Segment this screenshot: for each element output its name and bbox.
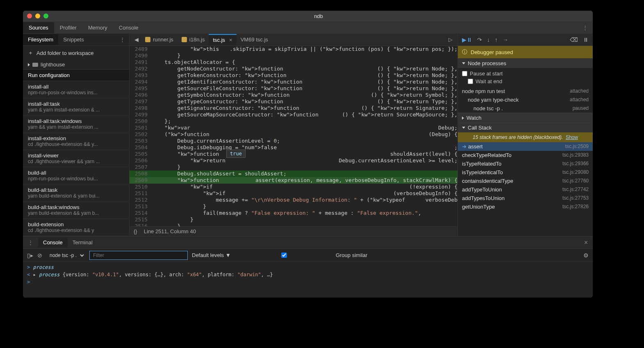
close-window-button[interactable] [27,14,32,18]
nav-back-icon[interactable]: ◀ [132,36,141,43]
section-call-stack[interactable]: Call Stack [458,123,593,132]
code-line[interactable]: 2505 "kw">function shouldAssert(level) { [130,151,457,157]
code-line[interactable]: 2502 ("kw">function (Debug) { [130,131,457,138]
context-select[interactable]: node tsc -p . [46,251,85,260]
drawer-tab-terminal[interactable]: Terminal [68,237,98,248]
clear-console-icon[interactable]: ⊘ [37,252,42,259]
code-line[interactable]: 2504 Debug.isDebugging = "num">false; [130,144,457,151]
line-number: 2504 [130,144,152,151]
drawer-tab-console[interactable]: Console [38,237,68,248]
section-watch[interactable]: Watch [458,113,593,123]
drawer-more-icon[interactable]: ⋮ [23,239,38,246]
tab-memory[interactable]: Memory [82,22,113,33]
maximize-window-button[interactable] [43,14,48,18]
process-item[interactable]: node yarn type-checkattached [458,96,593,104]
run-item[interactable]: install-extensioncd ./lighthouse-extensi… [23,133,129,150]
stack-frame[interactable]: addTypeToUniontsc.js:27742 [458,185,593,194]
run-item[interactable]: install-all:taskyarn & yarn install-exte… [23,98,129,116]
file-tab[interactable]: runner.js [141,34,177,45]
code-line[interactable]: 2508 Debug.shouldAssert = shouldAssert; [130,171,457,177]
pause-exceptions-button[interactable]: ⏸ [583,36,589,43]
show-blackboxed-link[interactable]: Show [566,134,578,140]
code-line[interactable]: 2511 "kw">if (verboseDebugInfo) { [130,190,457,197]
process-item[interactable]: node tsc -p .paused [458,104,593,113]
more-menu-icon[interactable]: ⋮ [578,25,593,31]
stack-frame[interactable]: containsIdenticalTypetsc.js:27760 [458,177,593,185]
file-tab-label: tsc.js [213,37,225,43]
group-similar-checkbox[interactable]: Group similar [235,252,367,258]
toggle-navigator-icon[interactable]: ▷ [446,36,455,43]
code-line[interactable]: 2498 getSignatureConstructor: "kw">funct… [130,105,457,111]
add-folder-button[interactable]: ＋ Add folder to workspace [23,46,129,60]
chevron-down-icon [462,62,465,64]
deactivate-breakpoints-button[interactable]: ⌫ [570,36,578,43]
editor: ◀ runner.jsi18n.jstsc.js×VM69 tsc.js ▷ 2… [130,34,457,236]
run-item[interactable]: install-allnpm-run-posix-or-windows ins.… [23,81,129,98]
code-line[interactable]: 2503 Debug.currentAssertionLevel = 0; [130,138,457,144]
code-line[interactable]: 2514 fail(message ? "False expression: "… [130,210,457,216]
code-line[interactable]: 2500 }; [130,118,457,125]
close-tab-icon[interactable]: × [229,37,232,43]
stack-frame[interactable]: isTypeRelatedTotsc.js:29366 [458,159,593,168]
code-line[interactable]: 2499 getSourceMapSourceConstructor: "kw"… [130,111,457,118]
tab-profiler[interactable]: Profiler [54,22,82,33]
code-line[interactable]: 2492 getNodeConstructor: "kw">function (… [130,66,457,72]
close-drawer-icon[interactable]: × [579,239,593,246]
code-line[interactable]: 2493 getTokenConstructor: "kw">function … [130,72,457,79]
filter-input[interactable] [89,251,188,260]
run-item[interactable]: build-allnpm-run-posix-or-windows bui... [23,167,129,184]
code-line[interactable]: 2491 ts.objectAllocator = { [130,59,457,66]
subtab-snippets[interactable]: Snippets [58,34,89,45]
code-line[interactable]: 2490 } [130,52,457,59]
code-line[interactable]: 2489 "kw">this.skipTrivia = skipTrivia |… [130,46,457,52]
run-item[interactable]: install-all:task:windowsyarn && yarn ins… [23,116,129,133]
subtab-filesystem[interactable]: Filesystem [23,34,58,45]
code-line[interactable]: 2510 "kw">if (!expression) { [130,184,457,190]
section-node-processes[interactable]: Node processes [458,58,593,68]
run-item[interactable]: install-viewercd ./lighthouse-viewer && … [23,150,129,167]
code-line[interactable]: 2494 getIdentifierConstructor: "kw">func… [130,79,457,85]
pretty-print-icon[interactable]: {} [134,228,137,234]
sidebar-more-icon[interactable]: ⋮ [116,36,129,43]
step-button[interactable]: → [503,36,508,43]
resume-button[interactable]: ▶⏸ [462,36,472,43]
log-levels-select[interactable]: Default levels ▼ [192,252,231,258]
code-line[interactable]: 2501 "kw">var Debug; [130,125,457,131]
code-line[interactable]: 2515 } [130,216,457,223]
tree-item-lighthouse[interactable]: lighthouse [23,60,129,69]
run-item[interactable]: build-all:taskyarn build-extension & yar… [23,184,129,202]
tab-sources[interactable]: Sources [23,22,54,33]
wait-at-end-checkbox[interactable]: Wait at end [468,78,502,84]
stack-frame[interactable]: getUnionTypetsc.js:27826 [458,202,593,211]
step-out-button[interactable]: ↑ [495,36,498,43]
code-line[interactable]: 2513 } [130,203,457,210]
file-tab[interactable]: tsc.js× [209,34,236,45]
code-area[interactable]: 2489 "kw">this.skipTrivia = skipTrivia |… [130,46,457,226]
run-item[interactable]: build-all:task:windowsyarn build-extensi… [23,202,129,219]
run-item-name: build-all [28,170,124,176]
minimize-window-button[interactable] [35,14,40,18]
code-line[interactable]: 2495 getSourceFileConstructor: "kw">func… [130,85,457,92]
step-into-button[interactable]: ↓ [487,36,490,43]
stack-frame[interactable]: addTypesToUniontsc.js:27753 [458,194,593,202]
console-sidebar-icon[interactable]: ▯▸ [27,252,33,259]
code-line[interactable]: 2497 getTypeConstructor: "kw">function (… [130,98,457,105]
code-line[interactable]: 2507 } [130,164,457,171]
code-line[interactable]: 2512 message += "\r\nVerbose Debug Infor… [130,197,457,203]
stack-frame[interactable]: checkTypeRelatedTotsc.js:29383 [458,151,593,159]
file-tab[interactable]: i18n.js [177,34,209,45]
stack-frame[interactable]: ➔asserttsc.js:2509 [458,142,593,151]
run-item-name: build-all:task [28,187,124,193]
file-tab[interactable]: VM69 tsc.js [237,34,272,45]
stack-frame[interactable]: isTypeIdenticalTotsc.js:29080 [458,168,593,177]
process-item[interactable]: node npm run testattached [458,87,593,96]
step-over-button[interactable]: ↷ [477,36,482,43]
code-line[interactable]: 2506 "kw">return Debug.currentAssertionL… [130,157,457,164]
console-settings-icon[interactable]: ⚙ [583,252,589,259]
code-line[interactable]: 2496 getSymbolConstructor: "kw">function… [130,92,457,98]
run-item[interactable]: build-extensioncd ./lighthouse-extension… [23,219,129,236]
code-line[interactable]: 2509 "kw">function assert(expression, me… [130,177,457,184]
code-line[interactable]: 2516 } [130,223,457,226]
tab-console[interactable]: Console [113,22,144,33]
pause-at-start-checkbox[interactable]: Pause at start [462,71,589,77]
